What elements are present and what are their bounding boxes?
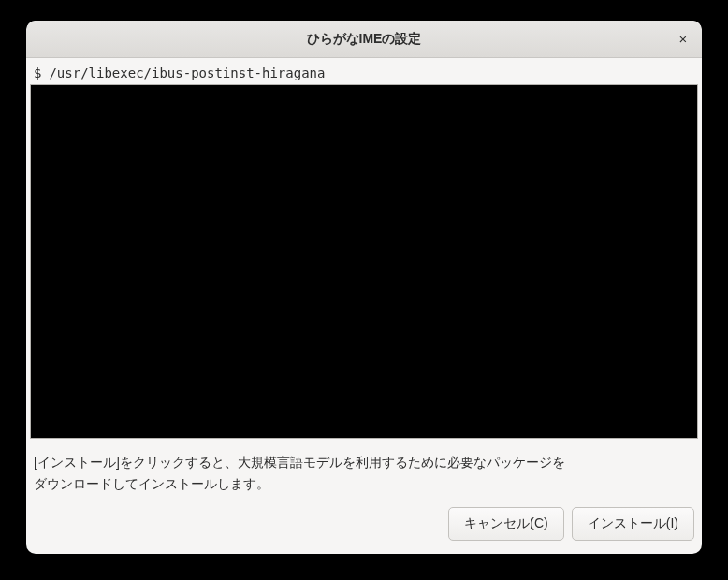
close-icon: ×: [679, 31, 688, 47]
titlebar: ひらがなIMEの設定 ×: [26, 21, 702, 58]
message-line-1: [インストール]をクリックすると、大規模言語モデルを利用するために必要なパッケー…: [34, 452, 694, 472]
close-button[interactable]: ×: [672, 28, 694, 51]
terminal-output[interactable]: [30, 84, 698, 439]
cancel-button[interactable]: キャンセル(C): [448, 507, 563, 541]
prompt-symbol: $: [34, 65, 41, 80]
dialog-title: ひらがなIMEの設定: [307, 31, 422, 48]
dialog-content: $ /usr/libexec/ibus-postinst-hiragana [イ…: [26, 58, 702, 554]
button-row: キャンセル(C) インストール(I): [28, 503, 700, 544]
instruction-message: [インストール]をクリックすると、大規模言語モデルを利用するために必要なパッケー…: [28, 439, 700, 503]
command-line: $ /usr/libexec/ibus-postinst-hiragana: [28, 60, 700, 84]
message-line-2: ダウンロードしてインストールします。: [34, 473, 694, 494]
install-button[interactable]: インストール(I): [572, 507, 694, 541]
dialog-window: ひらがなIMEの設定 × $ /usr/libexec/ibus-postins…: [26, 21, 702, 554]
command-text: /usr/libexec/ibus-postinst-hiragana: [49, 65, 325, 80]
